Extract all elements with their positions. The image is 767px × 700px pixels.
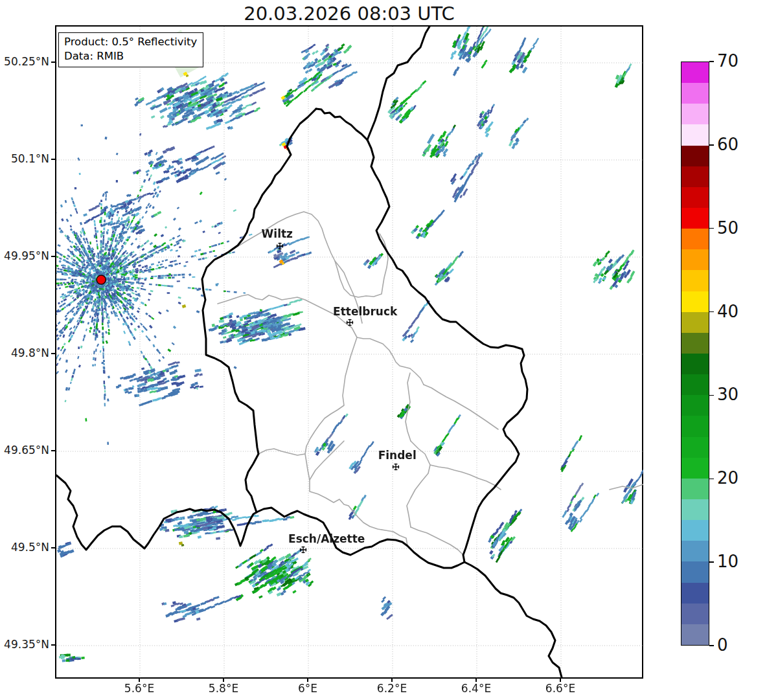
region-borders (218, 212, 643, 555)
colorbar-tick (709, 395, 714, 396)
colorbar-segment (681, 62, 709, 83)
y-tick-label: 49.35°N (0, 638, 49, 651)
colorbar-segment (681, 229, 709, 249)
x-tick-label: 6.6°E (531, 682, 590, 695)
colorbar-segment (681, 416, 709, 436)
map-plot-area: Product: 0.5° Reflectivity Data: RMIB Wi… (55, 25, 643, 679)
y-tick (51, 450, 55, 451)
colorbar-segment (681, 479, 709, 499)
border-lux-north-tip (316, 109, 367, 140)
region-border-findel-north (310, 441, 344, 480)
city-label: Wiltz (262, 227, 293, 240)
colorbar-tick (709, 61, 714, 62)
colorbar-segment (681, 166, 709, 187)
y-tick (51, 547, 55, 548)
colorbar-segment (681, 354, 709, 374)
y-tick (51, 644, 55, 646)
region-border-east-up (406, 373, 411, 441)
colorbar-segment (681, 499, 709, 520)
city-marker-ettelbruck (346, 319, 353, 326)
plus-icon (300, 547, 307, 554)
colorbar-tick-label: 30 (717, 385, 738, 404)
colorbar-tick-label: 40 (717, 302, 738, 321)
colorbar-segment (681, 146, 709, 166)
colorbar-tick (709, 479, 714, 480)
colorbar-segment (681, 291, 709, 312)
colorbar-segment (681, 312, 709, 333)
city-marker-esch-alzette (300, 547, 307, 554)
colorbar-tick-label: 50 (717, 218, 738, 238)
region-border-echternach (424, 385, 498, 429)
colorbar-segment (681, 124, 709, 145)
colorbar-segment (681, 270, 709, 291)
border-france-belgium (56, 475, 257, 550)
city-marker-wiltz (276, 243, 283, 250)
colorbar-tick-label: 60 (717, 135, 738, 154)
region-border-west-branch (258, 449, 305, 455)
country-borders (56, 27, 562, 677)
y-tick-label: 50.1°N (0, 152, 49, 165)
x-tick-label: 5.8°E (194, 682, 253, 695)
y-tick-label: 49.8°N (0, 346, 49, 359)
colorbar-segment (681, 104, 709, 124)
colorbar-segment (681, 604, 709, 624)
colorbar-segment (681, 520, 709, 541)
y-tick (51, 62, 55, 63)
y-tick-label: 49.5°N (0, 541, 49, 554)
colorbar-segment (681, 187, 709, 208)
plus-icon (393, 464, 400, 471)
region-border-germany-se (610, 484, 643, 490)
colorbar-tick (709, 144, 714, 146)
colorbar-segment (681, 583, 709, 604)
y-tick (51, 256, 55, 257)
colorbar-segment (681, 624, 709, 645)
y-tick (51, 353, 55, 354)
colorbar-segment (681, 83, 709, 104)
border-lux-east (367, 140, 527, 562)
border-france-germany (464, 562, 562, 677)
product-info-box: Product: 0.5° Reflectivity Data: RMIB (58, 32, 203, 67)
x-tick-label: 6.4°E (447, 682, 505, 695)
city-label: Ettelbruck (333, 305, 397, 318)
colorbar-tick-label: 10 (717, 552, 738, 571)
colorbar-segment (681, 333, 709, 354)
colorbar-segment (681, 561, 709, 582)
region-border-remich (411, 527, 463, 555)
plus-icon (346, 319, 353, 326)
colorbar-tick (709, 645, 714, 646)
x-tick-label: 6.2°E (363, 682, 421, 695)
page-title: 20.03.2026 08:03 UTC (56, 3, 643, 25)
colorbar-segment (681, 374, 709, 395)
colorbar (681, 62, 709, 646)
colorbar-tick (709, 561, 714, 563)
colorbar-segment (681, 395, 709, 416)
region-border-grevenmacher (430, 465, 501, 490)
map-borders-svg (56, 27, 643, 679)
colorbar-segment (681, 249, 709, 270)
x-tick-label: 6°E (279, 682, 337, 695)
colorbar-tick (709, 311, 714, 313)
colorbar-segment (681, 208, 709, 229)
colorbar-tick-label: 20 (717, 468, 738, 488)
y-tick-label: 49.95°N (0, 249, 49, 262)
border-belgium-germany (367, 27, 429, 140)
colorbar-tick (709, 228, 714, 229)
region-border-center-loop (305, 337, 407, 546)
region-border-vianden (335, 234, 388, 297)
x-tick-label: 5.6°E (110, 682, 168, 695)
y-tick (51, 159, 55, 160)
radar-map-screenshot: 20.03.2026 08:03 UTC (0, 0, 767, 700)
data-source-line: Data: RMIB (64, 49, 197, 63)
colorbar-tick-label: 0 (717, 635, 728, 655)
colorbar-segment (681, 437, 709, 458)
colorbar-tick-label: 70 (717, 51, 738, 71)
colorbar-segment (681, 541, 709, 561)
city-marker-findel (393, 464, 400, 471)
y-tick-label: 50.25°N (0, 55, 49, 68)
radar-site-marker (97, 275, 106, 284)
product-line: Product: 0.5° Reflectivity (64, 35, 197, 49)
y-tick-label: 49.65°N (0, 444, 49, 457)
plus-icon (276, 243, 283, 250)
city-label: Findel (378, 449, 417, 462)
border-lux-west (202, 109, 316, 512)
